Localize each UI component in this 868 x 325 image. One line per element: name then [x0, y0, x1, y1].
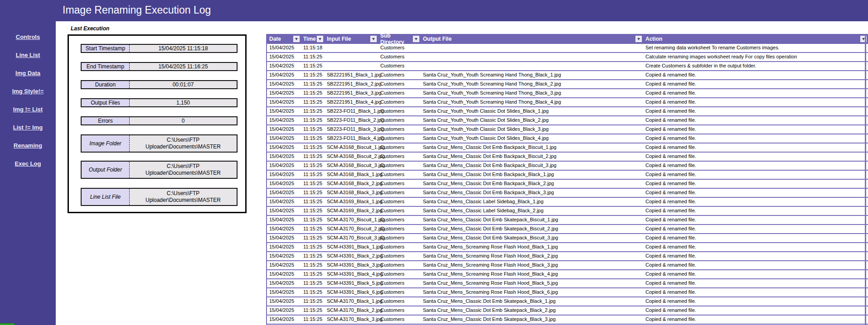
cell-output-file[interactable]	[421, 44, 643, 52]
cell-date[interactable]: 15/04/2025	[267, 153, 301, 161]
cell-sub-directory[interactable]: Customers	[378, 207, 421, 215]
cell-input-file[interactable]: SB223-FO11_Black_2.jpg	[325, 116, 378, 124]
cell-time[interactable]: 11:15:25	[301, 315, 325, 324]
cell-sub-directory[interactable]: Customers	[378, 62, 421, 70]
column-header-date[interactable]: Date	[267, 34, 301, 44]
cell-input-file[interactable]: SB223-FO11_Black_4.jpg	[325, 134, 378, 143]
filter-dropdown-icon[interactable]	[635, 36, 642, 42]
cell-output-file[interactable]: Santa Cruz_Mens_Classic Label Sidebag_Bl…	[421, 198, 643, 206]
cell-time[interactable]: 11:15:25	[301, 143, 325, 152]
cell-output-file[interactable]: Santa Cruz_Mens_Classic Dot Emb Skatepac…	[421, 297, 643, 306]
cell-sub-directory[interactable]: Customers	[378, 89, 421, 97]
cell-action[interactable]: Copied & renamed file.	[643, 134, 868, 143]
cell-output-file[interactable]: Santa Cruz_Mens_Screaming Rose Flash Hoo…	[421, 252, 643, 260]
cell-date[interactable]: 15/04/2025	[267, 207, 301, 215]
cell-input-file[interactable]: SCM-H3391_Black_5.jpg	[325, 279, 378, 287]
cell-action[interactable]: Copied & renamed file.	[643, 261, 868, 269]
cell-output-file[interactable]: Santa Cruz_Mens_Screaming Rose Flash Hoo…	[421, 288, 643, 296]
cell-action[interactable]: Copied & renamed file.	[643, 207, 868, 215]
cell-sub-directory[interactable]: Customers	[378, 53, 421, 61]
cell-action[interactable]: Copied & renamed file.	[643, 315, 868, 324]
cell-input-file[interactable]: SCM-A3170_Biscuit_3.jpg	[325, 234, 378, 242]
cell-sub-directory[interactable]: Customers	[378, 234, 421, 242]
cell-date[interactable]: 15/04/2025	[267, 44, 301, 52]
cell-input-file[interactable]: SCM-H3391_Black_3.jpg	[325, 261, 378, 269]
cell-time[interactable]: 11:15:25	[301, 53, 325, 61]
cell-input-file[interactable]: SCM-A3168_Biscuit_1.jpg	[325, 143, 378, 152]
cell-date[interactable]: 15/04/2025	[267, 234, 301, 242]
cell-input-file[interactable]: SCM-A3170_Black_1.jpg	[325, 297, 378, 306]
cell-input-file[interactable]: SCM-A3169_Black_1.jpg	[325, 198, 378, 206]
cell-sub-directory[interactable]: Customers	[378, 71, 421, 79]
cell-date[interactable]: 15/04/2025	[267, 116, 301, 124]
sidebar-link-img-data[interactable]: Img Data	[0, 70, 56, 76]
cell-output-file[interactable]: Santa Cruz_Mens_Classic Dot Emb Skatepac…	[421, 225, 643, 233]
cell-sub-directory[interactable]: Customers	[378, 252, 421, 260]
column-header-time[interactable]: Time	[301, 34, 325, 44]
cell-action[interactable]: Copied & renamed file.	[643, 180, 868, 188]
cell-output-file[interactable]: Santa Cruz_Youth_Youth Classic Dot Slide…	[421, 107, 643, 115]
cell-date[interactable]: 15/04/2025	[267, 216, 301, 224]
cell-time[interactable]: 11:15:25	[301, 261, 325, 269]
sidebar-link-line-list[interactable]: Line List	[0, 52, 56, 58]
cell-input-file[interactable]: SCM-A3168_Black_1.jpg	[325, 171, 378, 179]
cell-date[interactable]: 15/04/2025	[267, 80, 301, 88]
cell-input-file[interactable]	[325, 53, 378, 61]
sidebar-link-controls[interactable]: Controls	[0, 33, 56, 40]
cell-time[interactable]: 11:15:25	[301, 171, 325, 179]
cell-time[interactable]: 11:15:18	[301, 44, 325, 52]
cell-time[interactable]: 11:15:25	[301, 207, 325, 215]
cell-output-file[interactable]: Santa Cruz_Youth_Youth Screaming Hand Th…	[421, 89, 643, 97]
filter-dropdown-icon[interactable]	[293, 36, 300, 42]
cell-output-file[interactable]: Santa Cruz_Mens_Screaming Rose Flash Hoo…	[421, 279, 643, 287]
cell-action[interactable]: Copied & renamed file.	[643, 98, 868, 106]
cell-time[interactable]: 11:15:25	[301, 288, 325, 296]
cell-output-file[interactable]	[421, 62, 643, 70]
cell-time[interactable]: 11:15:25	[301, 270, 325, 278]
cell-action[interactable]: Copied & renamed file.	[643, 216, 868, 224]
cell-output-file[interactable]: Santa Cruz_Mens_Classic Dot Emb Backpack…	[421, 162, 643, 170]
cell-sub-directory[interactable]: Customers	[378, 125, 421, 134]
cell-sub-directory[interactable]: Customers	[378, 270, 421, 278]
cell-date[interactable]: 15/04/2025	[267, 225, 301, 233]
cell-input-file[interactable]: SCM-H3391_Black_4.jpg	[325, 270, 378, 278]
cell-time[interactable]: 11:15:25	[301, 62, 325, 70]
cell-sub-directory[interactable]: Customers	[378, 143, 421, 152]
column-header-sub-directory[interactable]: Sub Directory	[378, 34, 421, 44]
cell-input-file[interactable]	[325, 44, 378, 52]
cell-date[interactable]: 15/04/2025	[267, 89, 301, 97]
cell-output-file[interactable]: Santa Cruz_Youth_Youth Screaming Hand Th…	[421, 71, 643, 79]
cell-input-file[interactable]: SB2221951_Black_4.jpg	[325, 98, 378, 106]
cell-date[interactable]: 15/04/2025	[267, 71, 301, 79]
cell-action[interactable]: Copied & renamed file.	[643, 252, 868, 260]
sidebar-link-list-img[interactable]: List != Img	[0, 124, 56, 131]
cell-date[interactable]: 15/04/2025	[267, 162, 301, 170]
cell-input-file[interactable]: SCM-A3170_Biscuit_1.jpg	[325, 216, 378, 224]
column-header-input-file[interactable]: Input File	[325, 34, 378, 44]
cell-input-file[interactable]: SCM-A3168_Black_3.jpg	[325, 189, 378, 197]
cell-input-file[interactable]: SCM-A3170_Biscuit_2.jpg	[325, 225, 378, 233]
cell-date[interactable]: 15/04/2025	[267, 125, 301, 134]
cell-action[interactable]: Copied & renamed file.	[643, 225, 868, 233]
cell-sub-directory[interactable]: Customers	[378, 44, 421, 52]
sidebar-link-img-style[interactable]: Img Style!=	[0, 88, 56, 95]
cell-time[interactable]: 11:15:25	[301, 153, 325, 161]
cell-input-file[interactable]: SCM-A3168_Black_2.jpg	[325, 180, 378, 188]
filter-dropdown-icon[interactable]	[317, 36, 323, 42]
cell-input-file[interactable]: SB2221951_Black_2.jpg	[325, 80, 378, 88]
cell-sub-directory[interactable]: Customers	[378, 261, 421, 269]
cell-time[interactable]: 11:15:25	[301, 134, 325, 143]
sidebar-link-img-list[interactable]: Img != List	[0, 106, 56, 113]
cell-action[interactable]: Calculate renaming images worksheet read…	[643, 53, 868, 61]
cell-action[interactable]: Copied & renamed file.	[643, 107, 868, 115]
cell-output-file[interactable]: Santa Cruz_Mens_Classic Dot Emb Backpack…	[421, 171, 643, 179]
cell-time[interactable]: 11:15:25	[301, 116, 325, 124]
cell-time[interactable]: 11:15:25	[301, 98, 325, 106]
cell-action[interactable]: Create Customers & subfolder in the outp…	[643, 62, 868, 70]
cell-sub-directory[interactable]: Customers	[378, 279, 421, 287]
cell-action[interactable]: Copied & renamed file.	[643, 71, 868, 79]
cell-action[interactable]: Copied & renamed file.	[643, 116, 868, 124]
cell-input-file[interactable]: SCM-H3391_Black_6.jpg	[325, 288, 378, 296]
cell-sub-directory[interactable]: Customers	[378, 243, 421, 251]
cell-output-file[interactable]: Santa Cruz_Mens_Screaming Rose Flash Hoo…	[421, 243, 643, 251]
